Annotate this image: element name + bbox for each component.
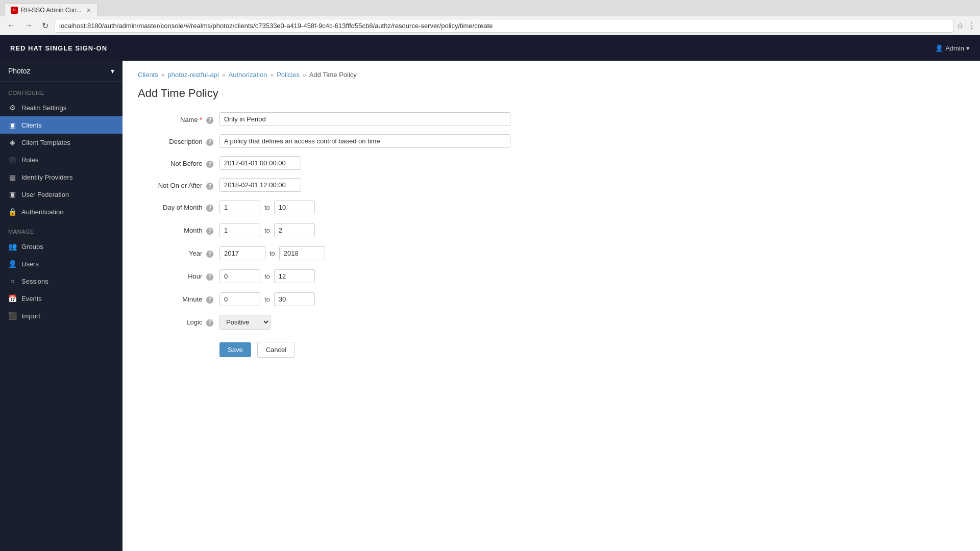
menu-icon[interactable]: ⋮	[968, 21, 976, 31]
realm-name: Photoz	[8, 67, 31, 75]
cancel-button[interactable]: Cancel	[257, 342, 295, 358]
minute-range: to	[219, 292, 315, 307]
sidebar-item-user-federation[interactable]: ▣ User Federation	[0, 186, 122, 203]
year-to-input[interactable]	[279, 246, 325, 260]
day-of-month-info-icon[interactable]: ?	[206, 205, 213, 212]
browser-nav: ← → ↻ ☆ ⋮	[0, 16, 980, 35]
logic-label: Logic ?	[138, 315, 219, 327]
sidebar-item-sessions[interactable]: ○ Sessions	[0, 272, 122, 290]
logic-select[interactable]: Positive Negative	[219, 315, 271, 330]
description-row: Description ?	[138, 134, 965, 148]
sidebar-item-users[interactable]: 👤 Users	[0, 255, 122, 272]
sidebar-item-client-templates[interactable]: ◈ Client Templates	[0, 134, 122, 151]
not-before-info-icon[interactable]: ?	[206, 161, 213, 168]
month-from-input[interactable]	[219, 223, 260, 237]
description-input[interactable]	[219, 134, 510, 148]
not-on-or-after-input[interactable]	[219, 178, 301, 192]
required-star: *	[200, 116, 202, 123]
hour-to-label: to	[260, 269, 274, 284]
not-on-or-after-row: Not On or After ?	[138, 178, 965, 192]
day-of-month-from-input[interactable]	[219, 201, 260, 214]
name-label: Name * ?	[138, 112, 219, 124]
client-templates-icon: ◈	[8, 138, 16, 146]
sidebar-item-label: Sessions	[21, 278, 48, 285]
user-menu[interactable]: 👤 Admin ▾	[935, 44, 970, 52]
minute-row: Minute ? to	[138, 292, 965, 307]
breadcrumb-sep-3: »	[270, 71, 274, 79]
roles-icon: ▤	[8, 156, 16, 164]
breadcrumb-authorization[interactable]: Authorization	[229, 71, 267, 79]
breadcrumb-clients[interactable]: Clients	[138, 71, 158, 79]
hour-to-input[interactable]	[274, 269, 315, 283]
save-button[interactable]: Save	[219, 342, 251, 357]
hour-info-icon[interactable]: ?	[206, 273, 213, 281]
tab-title: RH-SSO Admin Con...	[21, 7, 82, 14]
events-icon: 📅	[8, 294, 16, 303]
year-from-input[interactable]	[219, 246, 265, 260]
forward-button[interactable]: →	[21, 20, 36, 31]
logic-info-icon[interactable]: ?	[206, 319, 213, 327]
sidebar-item-groups[interactable]: 👥 Groups	[0, 238, 122, 255]
sidebar-item-label: Realm Settings	[21, 104, 66, 112]
name-input[interactable]	[219, 112, 510, 126]
authentication-icon: 🔒	[8, 208, 16, 216]
year-range: to	[219, 246, 325, 261]
minute-info-icon[interactable]: ?	[206, 296, 213, 304]
name-info-icon[interactable]: ?	[206, 117, 213, 124]
minute-from-input[interactable]	[219, 292, 260, 306]
year-info-icon[interactable]: ?	[206, 251, 213, 258]
hour-label: Hour ?	[138, 269, 219, 281]
active-tab[interactable]: R RH-SSO Admin Con... ×	[4, 3, 97, 16]
sidebar-item-events[interactable]: 📅 Events	[0, 290, 122, 307]
sessions-icon: ○	[8, 277, 16, 285]
brand-name: RED HAT SINGLE SIGN-ON	[10, 44, 107, 52]
sidebar-item-label: Groups	[21, 243, 43, 251]
user-name: Admin	[945, 44, 964, 52]
url-bar[interactable]	[55, 19, 953, 33]
hour-from-input[interactable]	[219, 269, 260, 283]
user-federation-icon: ▣	[8, 190, 16, 198]
minute-to-input[interactable]	[274, 292, 315, 306]
breadcrumb-policies[interactable]: Policies	[277, 71, 300, 79]
sidebar-item-realm-settings[interactable]: ⚙ Realm Settings	[0, 99, 122, 116]
sidebar-item-label: Client Templates	[21, 139, 70, 146]
day-of-month-to-input[interactable]	[274, 201, 315, 214]
breadcrumb-sep-4: »	[303, 71, 306, 79]
reload-button[interactable]: ↻	[39, 20, 52, 32]
sidebar-item-identity-providers[interactable]: ▤ Identity Providers	[0, 168, 122, 186]
day-of-month-row: Day of Month ? to	[138, 200, 965, 215]
year-row: Year ? to	[138, 246, 965, 261]
user-chevron-icon: ▾	[966, 44, 970, 52]
sidebar-item-label: Events	[21, 295, 42, 303]
not-before-input[interactable]	[219, 156, 301, 170]
month-range: to	[219, 223, 315, 238]
breadcrumb-sep-2: »	[222, 71, 226, 79]
day-of-month-label: Day of Month ?	[138, 200, 219, 212]
year-to-label: to	[265, 246, 279, 261]
month-row: Month ? to	[138, 223, 965, 238]
sidebar-item-label: User Federation	[21, 191, 69, 198]
realm-selector[interactable]: Photoz ▾	[0, 61, 122, 82]
sidebar-item-import[interactable]: ⬛ Import	[0, 307, 122, 324]
import-icon: ⬛	[8, 312, 16, 320]
back-button[interactable]: ←	[4, 20, 18, 31]
breadcrumb-sep-1: »	[161, 71, 165, 79]
minute-to-label: to	[260, 292, 274, 307]
sidebar-item-clients[interactable]: ▣ Clients	[0, 116, 122, 134]
month-to-input[interactable]	[274, 223, 315, 237]
sidebar-item-label: Roles	[21, 156, 38, 164]
description-info-icon[interactable]: ?	[206, 139, 213, 146]
sidebar-item-label: Identity Providers	[21, 173, 72, 181]
sidebar-item-authentication[interactable]: 🔒 Authentication	[0, 203, 122, 220]
sidebar: RED HAT SINGLE SIGN-ON Photoz ▾ Configur…	[0, 35, 122, 551]
sidebar-item-roles[interactable]: ▤ Roles	[0, 151, 122, 168]
sidebar-item-label: Import	[21, 312, 40, 320]
hour-row: Hour ? to	[138, 269, 965, 284]
top-header: RED HAT SINGLE SIGN-ON	[0, 35, 122, 61]
not-on-or-after-info-icon[interactable]: ?	[206, 183, 213, 190]
browser-icons: ☆ ⋮	[957, 21, 976, 31]
breadcrumb-photoz-restful-api[interactable]: photoz-restful-api	[167, 71, 218, 79]
month-info-icon[interactable]: ?	[206, 228, 213, 235]
tab-close-button[interactable]: ×	[87, 6, 91, 14]
bookmark-icon[interactable]: ☆	[957, 21, 964, 31]
